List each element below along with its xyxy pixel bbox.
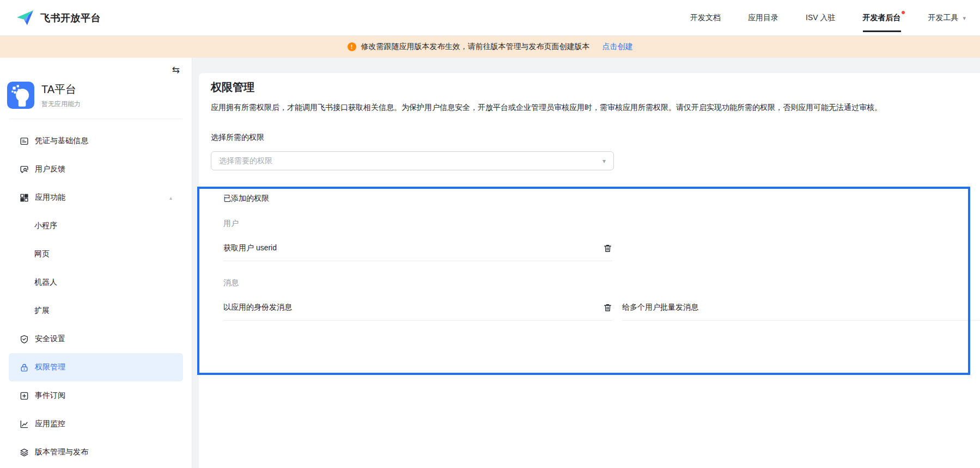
sidebar-item-credentials[interactable]: 凭证与基础信息 [9,127,183,155]
permission-label: 以应用的身份发消息 [223,303,292,312]
sidebar-item-app-monitoring[interactable]: 应用监控 [9,410,183,438]
nav-app-directory[interactable]: 应用目录 [748,13,778,23]
nav-dev-tools[interactable]: 开发工具 ▾ [928,13,966,23]
monitor-chart-icon [20,420,29,429]
sidebar-item-app-features[interactable]: 应用功能 ▴ [9,183,183,212]
nav-developer-console[interactable]: 开发者后台 [863,13,901,23]
sidebar-item-feedback[interactable]: 用户反馈 [9,155,183,183]
added-permissions-title: 已添加的权限 [223,194,980,204]
delete-permission-icon[interactable] [603,244,612,253]
nav-developer-console-label: 开发者后台 [863,13,901,22]
event-plus-icon [20,391,29,401]
nav-isv[interactable]: ISV 入驻 [806,13,835,23]
banner-text: 修改需跟随应用版本发布生效，请前往版本管理与发布页面创建版本 [361,42,590,52]
lark-logo-icon [16,10,35,26]
permission-row: 以应用的身份发消息 [223,288,612,321]
chevron-down-icon: ▾ [602,157,606,165]
sidebar-item-label: 版本管理与发布 [35,447,88,457]
page-description: 应用拥有所需权限后，才能调用飞书接口获取相关信息。为保护用户信息安全，开放平台或… [211,102,980,113]
grid-icon [20,193,29,202]
added-permissions-panel: 已添加的权限 用户 获取用户 userid 消息 [223,194,980,321]
main-area: 权限管理 应用拥有所需权限后，才能调用飞书接口获取相关信息。为保护用户信息安全，… [192,58,980,468]
create-version-link[interactable]: 点击创建 [602,42,633,52]
version-warning-banner: ! 修改需跟随应用版本发布生效，请前往版本管理与发布页面创建版本 点击创建 [0,36,980,58]
warning-icon: ! [348,42,356,51]
sidebar-item-label: 扩展 [34,306,50,316]
sidebar-item-label: 用户反馈 [35,164,65,174]
top-nav: 开发文档 应用目录 ISV 入驻 开发者后台 开发工具 ▾ [690,13,966,23]
sidebar-item-label: 安全设置 [35,334,65,344]
sidebar-item-web-app[interactable]: 网页 [9,240,183,268]
sidebar-item-label: 权限管理 [35,362,65,372]
permissions-card: 权限管理 应用拥有所需权限后，才能调用飞书接口获取相关信息。为保护用户信息安全，… [199,73,980,468]
app-info: TA平台 暂无应用能力 [0,77,192,119]
sidebar-item-extension[interactable]: 扩展 [9,297,183,325]
sidebar: ⇆ TA平台 暂无应用能力 [0,58,192,468]
sidebar-item-label: 网页 [34,249,50,259]
sidebar-item-mini-program[interactable]: 小程序 [9,212,183,240]
sidebar-item-label: 小程序 [34,221,57,231]
permission-row-empty [622,229,980,261]
sidebar-item-permissions[interactable]: 权限管理 [9,353,183,381]
chevron-down-icon: ▾ [963,15,966,21]
layers-icon [20,448,29,457]
select-placeholder: 选择需要的权限 [219,156,272,166]
logo-text: 飞书开放平台 [40,11,101,24]
switch-app-icon[interactable]: ⇆ [172,65,180,77]
collapse-caret-icon[interactable]: ▴ [169,195,172,201]
sidebar-item-version-release[interactable]: 版本管理与发布 [9,438,183,466]
sidebar-item-label: 应用功能 [35,193,65,202]
shield-check-icon [20,335,29,344]
sidebar-item-security[interactable]: 安全设置 [9,325,183,353]
permission-label: 获取用户 userid [223,243,277,253]
app-name: TA平台 [41,82,81,97]
sidebar-item-label: 应用监控 [35,419,65,429]
group-label-message: 消息 [223,278,980,288]
lock-icon [20,363,29,372]
nav-dev-tools-label: 开发工具 [928,13,959,22]
app-capability-status: 暂无应用能力 [41,100,81,109]
delete-permission-icon[interactable] [603,303,612,312]
feedback-bubble-icon [20,165,29,174]
permission-label: 给多个用户批量发消息 [622,303,698,312]
sidebar-item-label: 凭证与基础信息 [35,136,88,146]
logo[interactable]: 飞书开放平台 [16,10,101,26]
page-title: 权限管理 [211,79,980,95]
sidebar-item-label: 机器人 [34,278,57,287]
nav-dev-docs[interactable]: 开发文档 [690,13,721,23]
sidebar-item-event-subscription[interactable]: 事件订阅 [9,381,183,410]
select-permissions-label: 选择所需的权限 [211,133,980,143]
app-avatar [7,82,34,109]
permission-row: 给多个用户批量发消息 [622,288,980,321]
id-card-icon [20,137,29,146]
notification-dot [902,11,905,14]
top-header: 飞书开放平台 开发文档 应用目录 ISV 入驻 开发者后台 开发工具 ▾ [0,0,980,36]
permission-select[interactable]: 选择需要的权限 ▾ [211,151,614,170]
sidebar-menu: 凭证与基础信息 用户反馈 应用功能 [0,119,192,466]
active-tab-underline [863,30,901,32]
group-label-user: 用户 [223,219,980,229]
sidebar-item-bot[interactable]: 机器人 [9,268,183,297]
permission-row: 获取用户 userid [223,229,612,261]
sidebar-item-label: 事件订阅 [35,391,65,401]
